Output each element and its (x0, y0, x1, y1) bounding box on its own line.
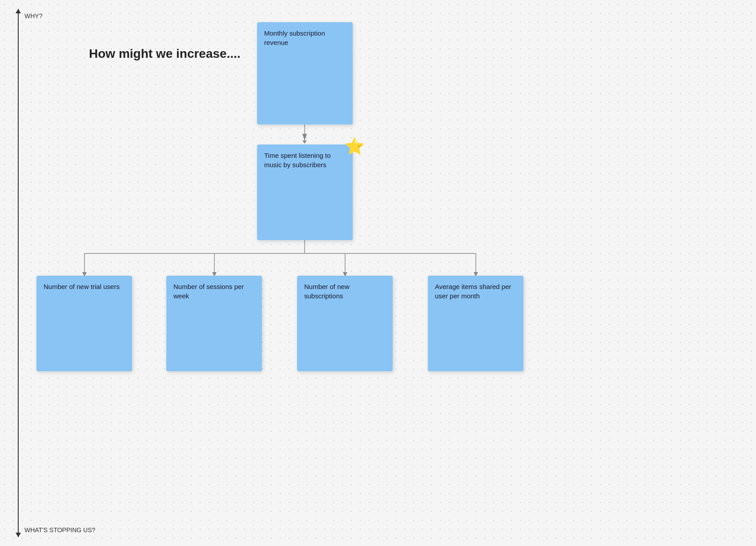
y-axis-line (18, 9, 19, 537)
how-might-we-heading: How might we increase.... (89, 47, 241, 61)
card-bottom-4-text: Average items shared per user per month (435, 283, 511, 300)
y-axis (18, 9, 19, 537)
card-bottom-1-text: Number of new trial users (44, 283, 120, 290)
card-monthly-subscription-revenue[interactable]: Monthly subscription revenue (257, 22, 353, 124)
arrow-to-top (302, 141, 307, 144)
card-time-spent-listening[interactable]: Time spent listening to music by subscri… (257, 145, 353, 240)
card-bottom-3-text: Number of new subscriptions (304, 283, 350, 300)
card-number-new-trial-users[interactable]: Number of new trial users (36, 276, 132, 371)
card-bottom-2-text: Number of sessions per week (173, 283, 244, 300)
card-top-text: Monthly subscription revenue (264, 29, 325, 46)
card-number-new-subscriptions[interactable]: Number of new subscriptions (297, 276, 393, 371)
connectors-svg (0, 0, 756, 546)
y-axis-label-bottom: WHAT'S STOPPING US? (24, 526, 95, 534)
card-number-sessions-per-week[interactable]: Number of sessions per week (166, 276, 262, 371)
y-axis-label-top: WHY? (24, 12, 42, 20)
star-icon: ⭐ (345, 137, 365, 156)
card-middle-text: Time spent listening to music by subscri… (264, 152, 331, 169)
card-average-items-shared[interactable]: Average items shared per user per month (428, 276, 523, 371)
